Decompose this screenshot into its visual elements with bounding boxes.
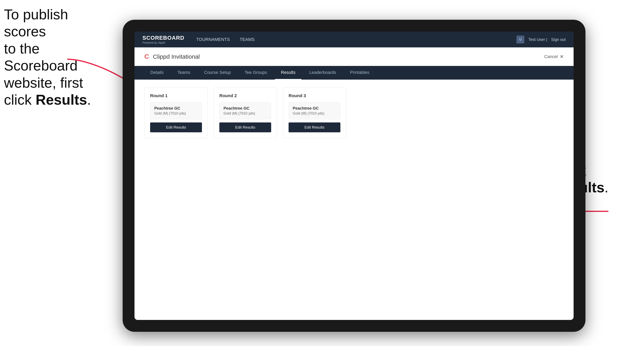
tab-course-setup[interactable]: Course Setup [198,66,237,80]
tab-printables[interactable]: Printables [344,66,375,80]
tournament-name: Clippd Invitational [153,53,200,60]
round-3-card: Round 3 Peachtree GC Gold (M) (7010 yds)… [283,87,346,138]
round-3-title: Round 3 [288,93,340,98]
round-3-course-info: Gold (M) (7010 yds) [293,111,336,116]
signout-link[interactable]: Sign out [551,37,566,42]
tab-teams[interactable]: Teams [172,66,196,80]
round-2-edit-results-button[interactable]: Edit Results [219,122,271,132]
logo-text: SCOREBOARD [142,35,184,41]
round-2-card: Round 2 Peachtree GC Gold (M) (7010 yds)… [214,87,277,138]
tab-tee-groups[interactable]: Tee Groups [239,66,273,80]
round-3-course: Peachtree GC Gold (M) (7010 yds) [288,102,340,119]
rounds-section: Round 1 Peachtree GC Gold (M) (7010 yds)… [134,80,574,146]
logo: SCOREBOARD Powered by clippd [142,35,184,44]
round-2-title: Round 2 [219,93,271,98]
user-avatar: U [516,35,524,43]
tab-results[interactable]: Results [275,66,301,80]
tournament-icon: C [144,53,149,60]
tablet-screen: SCOREBOARD Powered by clippd TOURNAMENTS… [134,32,574,320]
round-2-course: Peachtree GC Gold (M) (7010 yds) [219,102,271,119]
round-3-course-name: Peachtree GC [293,106,336,111]
round-1-course-info: Gold (M) (7010 yds) [154,111,198,116]
round-2-course-info: Gold (M) (7010 yds) [224,111,267,116]
navbar: SCOREBOARD Powered by clippd TOURNAMENTS… [134,32,574,47]
tab-leaderboards[interactable]: Leaderboards [304,66,342,80]
tournament-title: C Clippd Invitational [144,53,200,60]
content-area: C Clippd Invitational Cancel ✕ Details T… [134,47,574,320]
tablet-device: SCOREBOARD Powered by clippd TOURNAMENTS… [123,20,586,332]
nav-teams[interactable]: TEAMS [240,35,255,44]
round-1-course-name: Peachtree GC [154,106,198,111]
tab-details[interactable]: Details [144,66,170,80]
nav-tournaments[interactable]: TOURNAMENTS [196,35,230,44]
round-1-course: Peachtree GC Gold (M) (7010 yds) [150,102,202,119]
rounds-grid: Round 1 Peachtree GC Gold (M) (7010 yds)… [144,87,564,138]
round-3-edit-results-button[interactable]: Edit Results [288,122,340,132]
annotation-left: To publish scores to the Scoreboard webs… [4,6,111,108]
tab-bar: Details Teams Course Setup Tee Groups Re… [134,66,574,80]
round-1-card: Round 1 Peachtree GC Gold (M) (7010 yds)… [144,87,208,138]
cancel-button[interactable]: Cancel ✕ [544,54,564,59]
navbar-links: TOURNAMENTS TEAMS [196,35,516,44]
user-text: Test User | [528,37,547,42]
close-icon: ✕ [560,54,564,59]
round-2-course-name: Peachtree GC [224,106,267,111]
logo-sub: Powered by clippd [142,41,184,44]
round-1-title: Round 1 [150,93,202,98]
tournament-header: C Clippd Invitational Cancel ✕ [134,47,574,66]
round-1-edit-results-button[interactable]: Edit Results [150,122,202,132]
navbar-user: U Test User | Sign out [516,35,566,43]
